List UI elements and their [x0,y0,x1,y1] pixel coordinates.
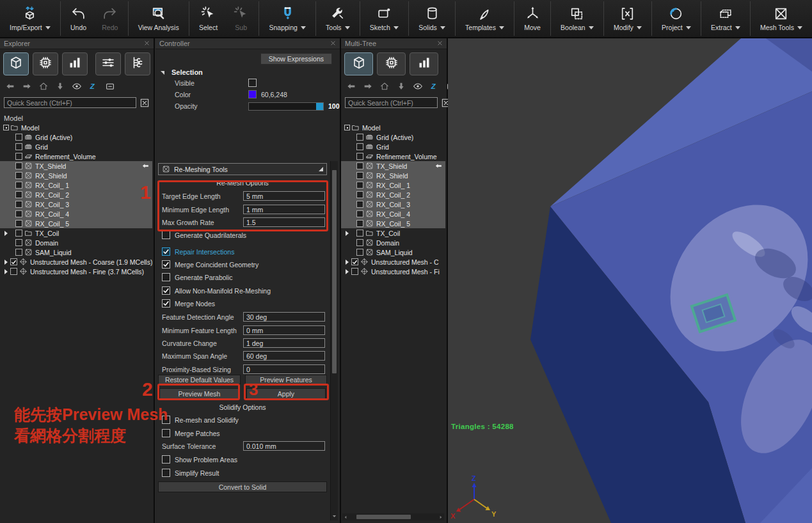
multitree-search-input[interactable] [345,97,438,108]
visibility-checkbox[interactable] [356,210,363,217]
close-icon[interactable] [144,40,150,47]
chevron-down-icon[interactable] [797,26,802,29]
tree-row-sam-liquid[interactable]: SAM_Liquid [341,247,445,257]
controller-scrollbar[interactable] [330,161,338,520]
show-expressions-button[interactable]: Show Expressions [260,53,332,65]
expander-arrow-icon[interactable] [343,258,351,265]
multitree-tab-model-cube[interactable] [344,52,373,75]
chevron-down-icon[interactable] [440,26,445,29]
checkbox[interactable] [162,469,170,477]
field-input-minimum-feature-length[interactable] [243,325,325,335]
toolbar-item-tools[interactable]: Tools [320,0,356,37]
preview-features-button[interactable]: Preview Features [245,375,327,384]
multitree-hscrollbar-thumb[interactable] [356,515,411,519]
clear-search-icon[interactable] [139,98,150,108]
tree-row-rx-coil-5[interactable]: RX_Coil_ 5 [0,219,152,228]
tree-row-grid[interactable]: Grid [341,142,445,152]
checkbox[interactable] [162,416,170,424]
checkbox[interactable] [162,260,170,269]
visibility-checkbox[interactable] [15,230,22,237]
visibility-eye-icon[interactable] [413,81,423,91]
checkbox-row-allow-non-manifold-re-meshing[interactable]: Allow Non-Manifold Re-Meshing [162,286,271,295]
chevron-down-icon[interactable] [45,26,51,29]
nav-back-icon[interactable] [346,81,356,91]
tree-row-grid-active-[interactable]: Grid (Active) [0,132,152,142]
tree-row-rx-coil-5[interactable]: RX_Coil_ 5 [341,219,445,228]
expander-dot-icon[interactable] [2,124,10,131]
field-input-minimum-edge-length[interactable] [243,205,325,214]
checkbox-row-show-problem-areas[interactable]: Show Problem Areas [162,455,237,464]
visibility-checkbox[interactable] [15,182,22,189]
visibility-checkbox[interactable] [15,220,22,227]
tree-row-unstructured-mesh-fine-3-7-mcells-[interactable]: Unstructured Mesh - Fine (3.7 MCells) [0,267,152,276]
tree-row-rx-coil-2[interactable]: RX_Coil_ 2 [0,190,152,199]
field-input-curvature-change[interactable] [243,338,325,348]
field-input-max-growth-rate[interactable] [243,217,325,227]
tree-row-refinement-volume[interactable]: Refinement_Volume [341,152,445,161]
expander-arrow-icon[interactable] [343,268,351,275]
explorer-search-input[interactable] [4,97,136,108]
close-icon[interactable] [437,40,443,47]
multitree-tab-simulation-chip[interactable] [377,52,406,75]
controller-scrollbar-thumb[interactable] [332,170,337,373]
visibility-checkbox[interactable] [15,153,22,160]
toolbar-item-snapping[interactable]: Snapping [263,0,311,37]
visibility-checkbox[interactable] [15,239,22,246]
tree-row-model[interactable]: Model [0,123,152,132]
viewport-3d[interactable]: Z X Y Triangles : 54288 [448,38,812,523]
home-icon[interactable] [379,81,390,91]
visibility-checkbox[interactable] [351,268,358,275]
visibility-checkbox[interactable] [356,201,363,208]
checkbox-row-generate-quadrilaterals[interactable]: Generate Quadrilaterals [162,230,246,240]
selection-group-header[interactable]: Selection [161,68,203,76]
tree-row-sam-liquid[interactable]: SAM_Liquid [0,247,152,257]
explorer-tab-connections[interactable] [125,52,150,75]
toolbar-item-select[interactable]: Select [193,0,223,37]
visibility-checkbox[interactable] [356,134,363,141]
restore-defaults-button[interactable]: Restore Default Values [158,375,241,384]
toolbar-item-mesh-tools[interactable]: Mesh Tools [754,0,808,37]
tree-row-rx-coil-4[interactable]: RX_Coil_ 4 [341,209,445,219]
tree-row-rx-coil-3[interactable]: RX_Coil_ 3 [0,199,152,209]
chevron-down-icon[interactable] [686,26,691,29]
tree-row-tx-coil[interactable]: TX_Coil [341,228,445,238]
checkbox[interactable] [162,286,170,295]
chevron-down-icon[interactable] [345,26,350,29]
visibility-checkbox[interactable] [15,201,22,208]
checkbox[interactable] [162,247,170,256]
visibility-checkbox[interactable] [15,134,22,141]
visibility-checkbox[interactable] [15,143,22,150]
visibility-checkbox[interactable] [356,143,363,150]
zoom-z-icon[interactable]: Z [88,81,99,91]
checkbox[interactable] [162,273,170,281]
visibility-checkbox[interactable] [356,249,363,256]
tree-row-unstructured-mesh-fi[interactable]: Unstructured Mesh - Fi [341,267,445,276]
multitree-hscrollbar[interactable] [342,513,444,520]
toolbar-item-extract[interactable]: Extract [705,0,746,37]
tree-row-rx-shield[interactable]: RX_Shield [341,171,445,180]
toolbar-item-undo[interactable]: Undo [65,0,92,37]
explorer-tab-model-cube[interactable] [3,52,29,75]
visibility-checkbox[interactable] [356,182,363,189]
tree-row-rx-coil-3[interactable]: RX_Coil_ 3 [341,199,445,209]
tree-row-rx-coil-2[interactable]: RX_Coil_ 2 [341,190,445,199]
toolbar-item-move[interactable]: Move [518,0,546,37]
checkbox-row-merge-coincident-geometry[interactable]: Merge Coincident Geometry [162,260,259,269]
tree-row-rx-shield[interactable]: RX_Shield [0,171,152,180]
toolbar-item-boolean[interactable]: Boolean [555,0,600,37]
scroll-right-icon[interactable] [438,515,444,520]
visibility-checkbox[interactable] [351,258,358,265]
expander-arrow-icon[interactable] [2,258,10,265]
tree-row-domain[interactable]: Domain [0,238,152,247]
multitree-tab-analysis-bars[interactable] [410,52,438,75]
toolbar-item-solids[interactable]: Solids [413,0,451,37]
collapse-all-icon[interactable] [105,81,115,91]
expander-dot-icon[interactable] [343,124,351,131]
expander-arrow-icon[interactable] [343,230,351,237]
apply-button[interactable]: Apply [246,388,326,400]
surface-tolerance-input[interactable] [243,441,325,451]
toolbar-item-sub[interactable]: Sub [227,0,255,37]
checkbox[interactable] [162,231,170,239]
goto-down-icon[interactable] [396,81,406,91]
home-icon[interactable] [38,81,49,91]
